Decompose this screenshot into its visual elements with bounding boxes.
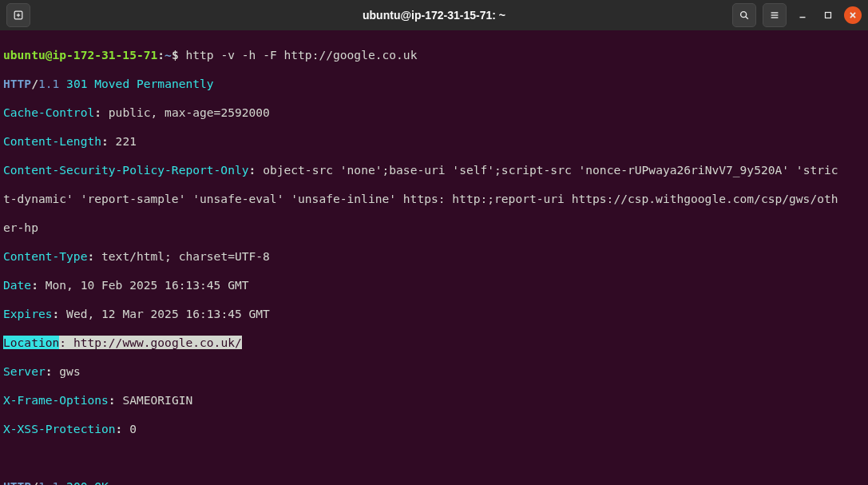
command-text: http -v -h -F http://google.co.uk <box>185 48 417 62</box>
search-button[interactable] <box>732 3 756 27</box>
window: ubuntu@ip-172-31-15-71: ~ ubuntu@ip-172-… <box>0 0 868 485</box>
location-header: Location <box>3 336 59 349</box>
new-tab-button[interactable] <box>6 3 30 27</box>
svg-rect-9 <box>826 13 831 18</box>
svg-point-3 <box>741 12 747 18</box>
svg-line-4 <box>746 17 748 19</box>
close-button[interactable] <box>844 6 862 24</box>
terminal-output[interactable]: ubuntu@ip-172-31-15-71:~$ http -v -h -F … <box>0 30 868 485</box>
titlebar: ubuntu@ip-172-31-15-71: ~ <box>0 0 868 30</box>
prompt-userhost: ubuntu@ip-172-31-15-71 <box>3 48 157 62</box>
minimize-button[interactable] <box>793 6 812 25</box>
prompt-path: ~ <box>164 48 172 62</box>
hamburger-menu-button[interactable] <box>763 3 787 27</box>
maximize-button[interactable] <box>818 6 838 25</box>
